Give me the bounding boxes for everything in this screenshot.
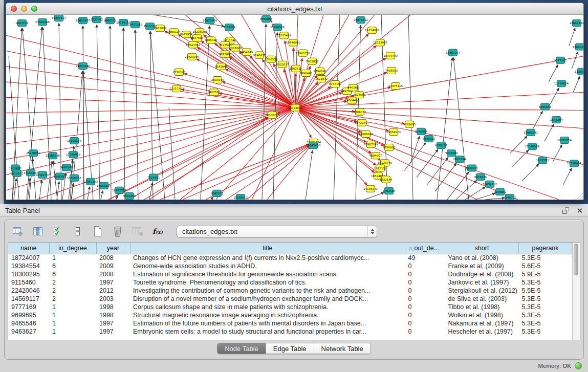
network-node[interactable]: 9756928: [383, 144, 396, 151]
network-node[interactable]: 1640954: [415, 128, 428, 135]
network-node[interactable]: 18935012: [233, 194, 248, 200]
network-node[interactable]: 8938923: [423, 135, 435, 142]
network-node[interactable]: 2803144: [211, 77, 224, 83]
close-panel-icon[interactable]: ✕: [576, 207, 583, 214]
row-height-icon[interactable]: [72, 225, 84, 237]
delete-attribute-icon[interactable]: [112, 225, 124, 237]
network-node[interactable]: 12710054: [567, 160, 581, 167]
network-node[interactable]: 10688609: [359, 130, 373, 137]
column-header-name[interactable]: name: [8, 243, 49, 254]
network-node[interactable]: 14136141: [363, 185, 378, 192]
network-node[interactable]: 15325419: [277, 32, 291, 39]
column-header-out_de[interactable]: △out_de...: [405, 243, 445, 254]
network-node[interactable]: 8813054: [260, 16, 273, 23]
network-node[interactable]: 8186328: [205, 37, 217, 43]
column-header-title[interactable]: title: [130, 243, 405, 254]
network-node[interactable]: 8471826: [474, 173, 487, 180]
network-node[interactable]: 1615112: [374, 165, 386, 171]
network-node[interactable]: 2522144: [380, 176, 393, 183]
network-node[interactable]: 18640910: [286, 39, 300, 46]
network-node[interactable]: 9277222: [554, 57, 567, 63]
network-node[interactable]: 8322037: [276, 61, 289, 68]
network-node[interactable]: 7485063: [385, 67, 398, 74]
network-node[interactable]: 1527602: [91, 16, 103, 23]
splitter-handle[interactable]: [292, 201, 297, 204]
memory-ok-indicator[interactable]: [575, 362, 582, 369]
show-column-icon[interactable]: [32, 225, 44, 237]
network-node[interactable]: 12203544: [575, 68, 583, 75]
network-node[interactable]: 8990443: [300, 70, 313, 76]
network-node[interactable]: 27691406: [35, 19, 50, 26]
network-node[interactable]: 9466162: [104, 17, 116, 24]
network-node[interactable]: 9875885: [219, 51, 232, 57]
float-window-icon[interactable]: [562, 207, 569, 214]
network-node[interactable]: 26876812: [354, 17, 368, 24]
network-node[interactable]: 1595854: [539, 103, 552, 110]
table-row[interactable]: 1872400712008Changes of HCN gene express…: [8, 254, 572, 262]
scrollbar-thumb[interactable]: [574, 244, 578, 275]
table-row[interactable]: 946554611997Estimation of the future num…: [8, 319, 572, 327]
network-node[interactable]: 7932621: [466, 165, 478, 171]
tab-edge-table[interactable]: Edge Table: [266, 343, 314, 354]
column-header-pagerank[interactable]: pagerank: [519, 243, 572, 254]
network-node[interactable]: 15720407: [355, 119, 369, 126]
network-node[interactable]: 746266: [348, 84, 359, 91]
network-node[interactable]: 20206536: [46, 152, 60, 159]
network-node[interactable]: 1167553: [536, 157, 549, 164]
network-node[interactable]: 10973493: [383, 52, 398, 59]
network-node[interactable]: 18226058: [192, 29, 207, 35]
column-header-year[interactable]: year: [96, 243, 130, 254]
network-node[interactable]: 17957253: [83, 178, 98, 185]
network-node[interactable]: 10654112: [483, 181, 497, 187]
table-row[interactable]: 1830029562008Estimation of significance …: [8, 270, 572, 278]
network-node[interactable]: 10310554: [557, 137, 572, 143]
network-node[interactable]: 16154808: [365, 27, 379, 34]
network-node[interactable]: 9245231: [211, 190, 223, 196]
network-window-titlebar[interactable]: citations_edges.txt: [6, 3, 583, 15]
network-node[interactable]: 1641254: [550, 116, 563, 123]
table-row[interactable]: 2242004622012Investigating the contribut…: [8, 287, 572, 295]
network-node[interactable]: 16053809: [203, 17, 217, 24]
table-settings-icon[interactable]: [12, 225, 24, 237]
network-node[interactable]: 1588520: [265, 56, 278, 62]
network-node[interactable]: 13505135: [67, 174, 81, 181]
network-node[interactable]: 16958107: [97, 182, 111, 189]
network-node[interactable]: 12213967: [373, 39, 387, 46]
network-node[interactable]: 9884007: [369, 152, 382, 159]
table-row[interactable]: 977716911998Corpus callosum shape and si…: [8, 303, 572, 311]
table-row[interactable]: 946362711997Embryonic stem cells: a mode…: [8, 327, 572, 336]
select-columns-icon[interactable]: [52, 225, 64, 237]
network-node[interactable]: 9832450: [123, 192, 136, 199]
network-node[interactable]: 16467944: [446, 49, 460, 56]
table-row[interactable]: 911546021997Tourette syndrome. Phenomeno…: [8, 278, 572, 287]
network-node[interactable]: 3915911: [11, 170, 23, 177]
network-node[interactable]: 8427552: [208, 89, 220, 96]
table-selector[interactable]: citations_edges.txt: [177, 226, 377, 237]
network-node[interactable]: 10655287: [76, 17, 90, 24]
network-window[interactable]: citations_edges.txt 74638229860124891295…: [6, 3, 584, 200]
network-node[interactable]: 9860124: [168, 29, 181, 35]
new-table-icon[interactable]: [92, 225, 104, 237]
table-row[interactable]: 1938455462009Genome-wide association stu…: [8, 262, 572, 270]
network-node[interactable]: 9474444: [445, 150, 458, 157]
network-node[interactable]: 9245652: [494, 188, 506, 195]
network-node[interactable]: 15992991: [524, 129, 538, 136]
network-node[interactable]: 8454749: [241, 49, 253, 55]
network-node[interactable]: 12774054: [554, 80, 569, 87]
network-node[interactable]: 7386372: [354, 108, 366, 115]
network-node[interactable]: 20854122: [570, 20, 583, 27]
network-node[interactable]: 2718126: [173, 69, 186, 75]
network-node[interactable]: 17975115: [388, 83, 403, 90]
column-header-in_degree[interactable]: in_degree: [49, 243, 96, 254]
table-row[interactable]: 969969511998Structural magnetic resonanc…: [8, 311, 572, 319]
column-header-short[interactable]: short: [445, 243, 519, 254]
network-node[interactable]: 6879197: [435, 142, 448, 149]
tab-node-table[interactable]: Node Table: [217, 343, 266, 354]
network-canvas[interactable]: 7463822986012489129541822605898275088186…: [6, 15, 583, 200]
network-node[interactable]: 9777169: [329, 81, 342, 87]
network-node[interactable]: 21053346: [76, 62, 90, 69]
network-node[interactable]: 9146821: [253, 52, 266, 58]
citation-network-graph[interactable]: 7463822986012489129541822605898275088186…: [6, 15, 583, 200]
network-node[interactable]: 9827508: [191, 35, 204, 41]
network-node[interactable]: 1753426: [383, 187, 396, 194]
